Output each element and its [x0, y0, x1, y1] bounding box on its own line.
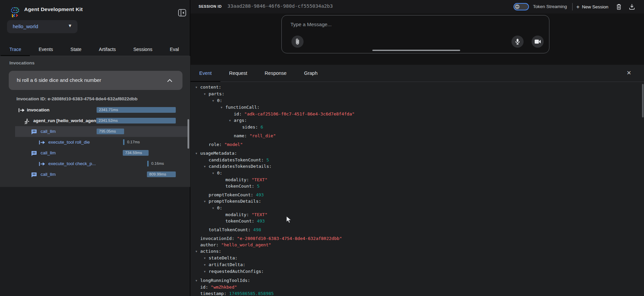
tab-state[interactable]: State [62, 43, 90, 56]
trace-span-row[interactable]: call_llm795.05ms [0, 126, 190, 137]
json-key: usageMetadata: [200, 151, 237, 156]
expand-triangle-icon[interactable]: ▼ [196, 84, 200, 91]
json-line-functionCall: ▼functionCall: [221, 104, 638, 111]
expand-triangle-icon[interactable]: ▼ [212, 170, 217, 177]
chat-icon [31, 151, 39, 157]
session-id-label: SESSION ID [199, 4, 222, 8]
json-key: invocationId: [200, 236, 234, 241]
json-key: requestedAuthConfigs: [209, 269, 264, 274]
main-panel: SESSION ID 33aad288-9846-46f6-980d-cf555… [191, 0, 644, 296]
json-value: 5 [264, 157, 269, 162]
event-json-tree: ▼content:▼parts:▼0:▼functionCall:id: "ad… [196, 84, 638, 296]
expand-triangle-icon[interactable]: ▼ [229, 117, 234, 124]
detail-tab-response[interactable]: Response [256, 65, 295, 82]
expand-triangle-icon[interactable]: ▼ [221, 104, 225, 111]
json-value: 493 [254, 218, 265, 224]
detail-tab-request[interactable]: Request [220, 65, 256, 82]
chat-icon [31, 129, 39, 135]
trace-duration-bar: 2341.71ms [97, 107, 176, 113]
trace-span-row[interactable]: execute_tool roll_die0.17ms [0, 137, 190, 148]
json-key: stateDelta: [209, 255, 237, 260]
sidebar-scrollbar[interactable] [187, 119, 189, 149]
json-line-parts: ▼parts: [204, 91, 638, 97]
trace-panel: Invocations hi roll a 6 side dice and ch… [0, 56, 190, 187]
expand-triangle-icon[interactable]: ▼ [204, 163, 209, 170]
trace-span-label: agent_run [hello_world_agent] [33, 118, 99, 123]
json-key: content: [200, 85, 221, 90]
json-line-stateDelta: ▼stateDelta: [204, 255, 638, 261]
download-icon[interactable] [628, 3, 636, 10]
tab-sessions[interactable]: Sessions [124, 43, 161, 56]
close-icon[interactable]: ✕ [627, 69, 631, 77]
expand-triangle-icon[interactable]: ▼ [212, 98, 217, 104]
divider [572, 3, 573, 10]
message-input[interactable] [290, 21, 492, 27]
expand-triangle-icon[interactable]: ▼ [204, 198, 209, 205]
trace-span-row[interactable]: agent_run [hello_world_agent]2341.52ms [0, 115, 190, 126]
json-key: id: [200, 285, 208, 290]
json-line-author: author: "hello_world_agent" [200, 242, 638, 248]
chevron-down-icon: ▼ [68, 23, 72, 28]
json-key: promptTokenCount: [209, 192, 253, 197]
session-id-value: 33aad288-9846-46f6-980d-cf555034a2b3 [227, 3, 333, 9]
video-button[interactable] [532, 36, 544, 48]
expand-triangle-icon[interactable]: ▼ [204, 268, 209, 275]
invocation-prompt-card[interactable]: hi roll a 6 side dice and check number [9, 71, 182, 90]
json-key: 0: [217, 170, 222, 176]
expand-triangle-icon[interactable]: ▼ [204, 91, 209, 97]
detail-tab-event[interactable]: Event [191, 65, 220, 82]
expand-triangle-icon[interactable]: ▼ [196, 278, 200, 284]
tab-artifacts[interactable]: Artifacts [90, 43, 125, 56]
trace-span-row[interactable]: call_llm809.99ms [0, 169, 190, 180]
json-line-tokenCount: tokenCount: 5 [225, 183, 638, 189]
trace-span-label: execute_tool roll_die [48, 140, 90, 145]
trace-span-label: call_llm [41, 172, 56, 177]
json-line-args: ▼args: [229, 117, 638, 124]
session-bar: SESSION ID 33aad288-9846-46f6-980d-cf555… [191, 0, 644, 13]
json-line-artifactDelta: ▼artifactDelta: [204, 261, 638, 268]
trace-span-row[interactable]: invocation2341.71ms [0, 105, 190, 115]
json-value: "adk-caf25106-f0c7-451f-86e4-3c6d7e8f4fd… [241, 111, 355, 116]
expand-triangle-icon[interactable]: ▼ [212, 205, 217, 211]
json-key: longRunningToolIds: [200, 278, 250, 283]
trash-icon[interactable] [615, 3, 623, 10]
detail-tab-graph[interactable]: Graph [295, 65, 326, 82]
collapse-sidebar-icon[interactable] [178, 9, 186, 16]
expand-triangle-icon[interactable]: ▼ [196, 150, 200, 157]
panel-resize-handle[interactable] [372, 50, 460, 51]
sidebar: Agent Development Kit hello_world ▼ Trac… [0, 0, 190, 296]
json-key: functionCall: [225, 105, 260, 110]
json-line-0: ▼0: [212, 97, 638, 104]
attach-file-button[interactable] [291, 36, 304, 48]
json-key: timestamp: [200, 291, 226, 296]
tab-events[interactable]: Events [30, 43, 62, 56]
trace-duration-bar: 809.99ms [147, 171, 176, 177]
json-line-invocationId: invocationId: "e-2808fd10-6383-4754-8de4… [200, 235, 638, 242]
trace-span-row[interactable]: call_llm734.59ms [0, 148, 190, 158]
new-session-button[interactable]: +New Session [576, 4, 608, 10]
runner-icon [24, 118, 31, 125]
json-value: "TEXT" [249, 212, 267, 217]
expand-triangle-icon[interactable]: ▼ [204, 255, 209, 261]
json-key: totalTokenCount: [209, 227, 251, 232]
tab-trace[interactable]: Trace [1, 43, 30, 56]
pipe-arrow-icon [39, 140, 46, 146]
detail-tabs: EventRequestResponseGraph [191, 65, 644, 82]
expand-triangle-icon[interactable]: ▼ [196, 248, 200, 255]
mic-button[interactable] [512, 36, 524, 48]
expand-triangle-icon[interactable]: ▼ [204, 262, 209, 268]
json-line-actions: ▼actions: [196, 248, 638, 255]
json-line-usageMetadata: ▼usageMetadata: [196, 150, 638, 157]
json-line-promptTokensDetails: ▼promptTokensDetails: [204, 198, 638, 205]
pipe-arrow-icon [39, 161, 46, 167]
json-line-longRunningToolIds: ▼longRunningToolIds: [196, 277, 638, 284]
invocation-prompt-text: hi roll a 6 side dice and check number [17, 77, 101, 83]
token-streaming-toggle[interactable] [514, 3, 529, 10]
agent-select-dropdown[interactable]: hello_world ▼ [7, 20, 77, 33]
app-header: Agent Development Kit [0, 0, 190, 19]
chevron-up-icon[interactable] [166, 77, 173, 84]
trace-span-row[interactable]: execute_tool check_p...0.16ms [0, 158, 190, 169]
detail-scrollbar[interactable] [642, 84, 644, 117]
json-value: 493 [253, 192, 264, 197]
tab-eval[interactable]: Eval [161, 43, 187, 56]
